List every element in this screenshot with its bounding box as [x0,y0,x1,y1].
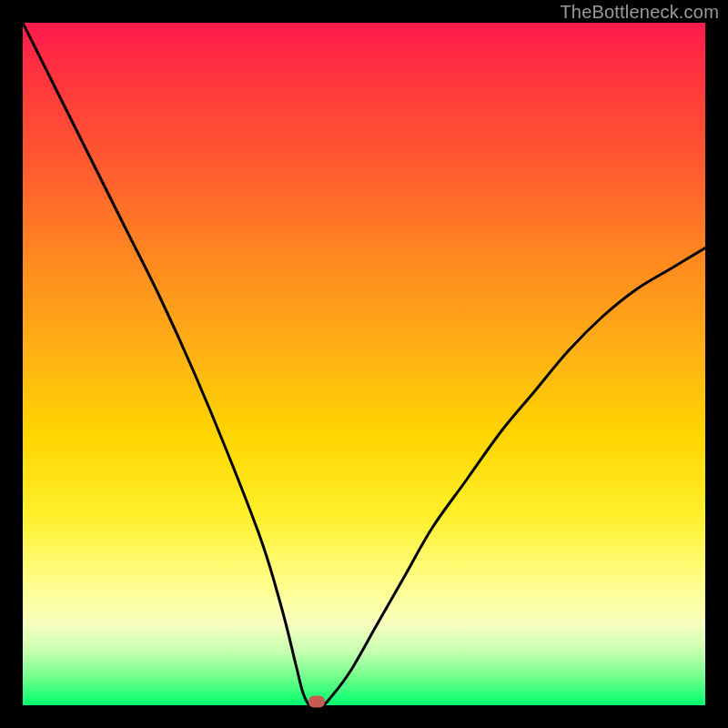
watermark-label: TheBottleneck.com [560,2,719,23]
curve-path [23,23,705,705]
optimal-point-marker [308,696,325,708]
chart-frame: TheBottleneck.com [0,0,728,728]
bottleneck-curve [23,23,705,705]
plot-area [23,23,705,705]
